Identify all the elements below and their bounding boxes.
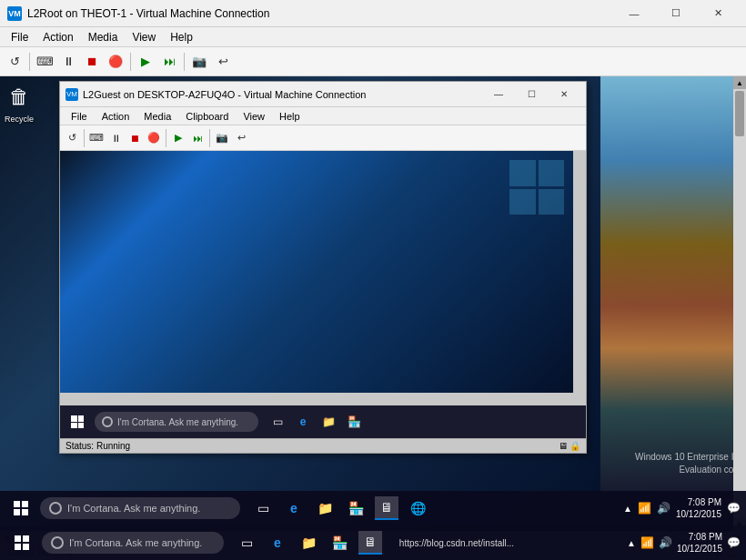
inner-toolbar-btn-reset[interactable]: 🔴 (145, 129, 163, 147)
inner-vm-minimize-btn[interactable]: — (482, 82, 515, 107)
inner-store-icon[interactable]: 🏪 (344, 412, 364, 432)
outer-menu-view[interactable]: View (125, 29, 163, 45)
inner-toolbar-btn-refresh[interactable]: ↺ (63, 129, 81, 147)
inner-vm-maximize-btn[interactable]: ☐ (515, 82, 548, 107)
win-watermark-line1: Windows 10 Enterprise In (635, 451, 739, 464)
inner-toolbar-sep-2 (166, 129, 166, 147)
inner-edge-icon[interactable]: e (293, 412, 313, 432)
outer-tray-wifi[interactable]: 📶 (638, 502, 651, 515)
inner-start-button[interactable] (64, 408, 91, 435)
outer-menu-help[interactable]: Help (163, 29, 200, 45)
toolbar-btn-play[interactable]: ▶ (135, 51, 156, 73)
host-tray-expand[interactable]: ▲ (627, 538, 636, 548)
toolbar-btn-stop[interactable]: ⏹ (81, 51, 103, 73)
vscroll-thumb[interactable] (735, 91, 744, 136)
outer-vm-taskicon[interactable]: 🖥 (375, 496, 398, 520)
recycle-bin-label: Recycle (5, 115, 34, 124)
inner-task-view-icon[interactable]: ▭ (267, 412, 287, 432)
host-start-button[interactable] (5, 527, 38, 558)
outer-vm-win-controls: — ☐ ✕ (613, 0, 739, 27)
inner-menu-help[interactable]: Help (272, 109, 307, 124)
inner-toolbar-btn-ff[interactable]: ⏭ (188, 129, 207, 147)
inner-toolbar-btn-play[interactable]: ▶ (169, 129, 187, 147)
host-tray-volume[interactable]: 🔊 (659, 536, 672, 549)
toolbar-sep-2 (130, 53, 131, 71)
inner-hscrollbar[interactable] (60, 393, 586, 405)
outer-vm-taskbar: I'm Cortana. Ask me anything. ▭ e 📁 🏪 🖥 … (0, 491, 746, 525)
outer-vscrollbar[interactable]: ▲ ▼ (733, 76, 746, 531)
outer-store-icon[interactable]: 🏪 (344, 496, 368, 520)
outer-cortana-search[interactable]: I'm Cortana. Ask me anything. (40, 497, 240, 519)
inner-menu-view[interactable]: View (236, 109, 272, 124)
outer-vm-window: VM L2Root on THEOT-1 - Virtual Machine C… (0, 0, 746, 560)
toolbar-btn-revert[interactable]: ↩ (212, 51, 234, 73)
toolbar-btn-reset[interactable]: 🔴 (105, 51, 126, 73)
host-edge-icon[interactable]: e (266, 531, 289, 555)
inner-cortana-search[interactable]: I'm Cortana. Ask me anything. (95, 412, 258, 432)
toolbar-sep-3 (184, 53, 185, 71)
outer-start-icon (14, 501, 28, 515)
outer-explorer-icon[interactable]: 📁 (313, 496, 337, 520)
outer-start-button[interactable] (5, 493, 36, 524)
inner-vm-taskbar: I'm Cortana. Ask me anything. ▭ e 📁 🏪 (60, 405, 586, 438)
toolbar-btn-snapshot[interactable]: 📷 (188, 51, 210, 73)
outer-taskbar-icons: ▭ e 📁 🏪 🖥 🌐 (251, 496, 429, 520)
host-store-icon[interactable]: 🏪 (328, 531, 351, 555)
toolbar-btn-ctrl-alt-del[interactable]: ⌨ (34, 51, 55, 73)
inner-toolbar-btn-pause[interactable]: ⏸ (106, 129, 125, 147)
toolbar-btn-fast-forward[interactable]: ⏭ (158, 51, 180, 73)
outer-vm-maximize-btn[interactable]: ☐ (655, 0, 697, 27)
win-watermark: Windows 10 Enterprise In Evaluation cop (635, 451, 739, 476)
inner-toolbar-btn-stop[interactable]: ⏹ (126, 129, 144, 147)
inner-vscrollbar[interactable] (573, 151, 586, 393)
inner-desktop-bg (60, 151, 573, 393)
toolbar-btn-refresh[interactable]: ↺ (4, 51, 25, 73)
outer-systray: ▲ 📶 🔊 7:08 PM 10/12/2015 💬 (623, 496, 741, 520)
outer-tray-expand[interactable]: ▲ (623, 504, 632, 514)
toolbar-btn-pause[interactable]: ⏸ (57, 51, 79, 73)
outer-task-view-icon[interactable]: ▭ (251, 496, 275, 520)
inner-menu-file[interactable]: File (64, 109, 95, 124)
outer-vm-minimize-btn[interactable]: — (613, 0, 655, 27)
outer-notif-icon[interactable]: 💬 (727, 502, 741, 515)
outer-menu-action[interactable]: Action (35, 29, 80, 45)
outer-tray-volume[interactable]: 🔊 (657, 502, 670, 515)
host-url-bar: https://blog.csdn.net/install... (399, 538, 514, 548)
host-task-view[interactable]: ▭ (235, 531, 258, 555)
host-vm-icon[interactable]: 🖥 (358, 531, 382, 555)
outer-menu-file[interactable]: File (4, 29, 35, 45)
outer-edge-icon[interactable]: e (282, 496, 306, 520)
inner-menu-action[interactable]: Action (95, 109, 137, 124)
host-tray-wifi[interactable]: 📶 (640, 536, 654, 549)
outer-vm-content: 🗑 Recycle Windows 10 Enterprise In Evalu… (0, 76, 746, 531)
host-datetime: 7:08 PM 10/12/2015 (677, 531, 722, 555)
vscroll-up-arrow[interactable]: ▲ (733, 76, 746, 89)
host-cortana-search[interactable]: I'm Cortana. Ask me anything. (42, 532, 224, 554)
inner-vm-title: L2Guest on DESKTOP-A2FUQ4O - Virtual Mac… (83, 89, 482, 100)
outer-menu-media[interactable]: Media (81, 29, 126, 45)
inner-toolbar-btn-kbd[interactable]: ⌨ (87, 129, 106, 147)
outer-vm-menubar: File Action Media View Help (0, 27, 746, 47)
inner-toolbar-btn-revert[interactable]: ↩ (232, 129, 250, 147)
outer-vm-title: L2Root on THEOT-1 - Virtual Machine Conn… (27, 7, 613, 20)
inner-vm-toolbar: ↺ ⌨ ⏸ ⏹ 🔴 ▶ ⏭ 📷 ↩ (60, 125, 586, 151)
host-date: 10/12/2015 (677, 543, 722, 555)
inner-taskbar-icons: ▭ e 📁 🏪 (267, 412, 364, 432)
recycle-bin-symbol: 🗑 (5, 85, 34, 115)
outer-vm-close-btn[interactable]: ✕ (697, 0, 739, 27)
inner-toolbar-sep-3 (209, 129, 210, 147)
outer-network-icon[interactable]: 🌐 (406, 496, 429, 520)
host-notif-icon[interactable]: 💬 (727, 536, 741, 549)
outer-vm-app-icon: VM (7, 6, 22, 21)
inner-toolbar-btn-snap[interactable]: 📷 (213, 129, 231, 147)
inner-toolbar-sep-1 (84, 129, 85, 147)
host-explorer-icon[interactable]: 📁 (297, 531, 320, 555)
host-taskbar: I'm Cortana. Ask me anything. ▭ e 📁 🏪 🖥 … (0, 525, 746, 560)
inner-menu-clipboard[interactable]: Clipboard (178, 109, 236, 124)
host-cortana-icon (51, 536, 64, 549)
outer-vm-titlebar: VM L2Root on THEOT-1 - Virtual Machine C… (0, 0, 746, 27)
inner-menu-media[interactable]: Media (136, 109, 178, 124)
inner-explorer-icon[interactable]: 📁 (318, 412, 338, 432)
recycle-bin-icon[interactable]: 🗑 Recycle (5, 85, 34, 124)
inner-vm-close-btn[interactable]: ✕ (548, 82, 580, 107)
